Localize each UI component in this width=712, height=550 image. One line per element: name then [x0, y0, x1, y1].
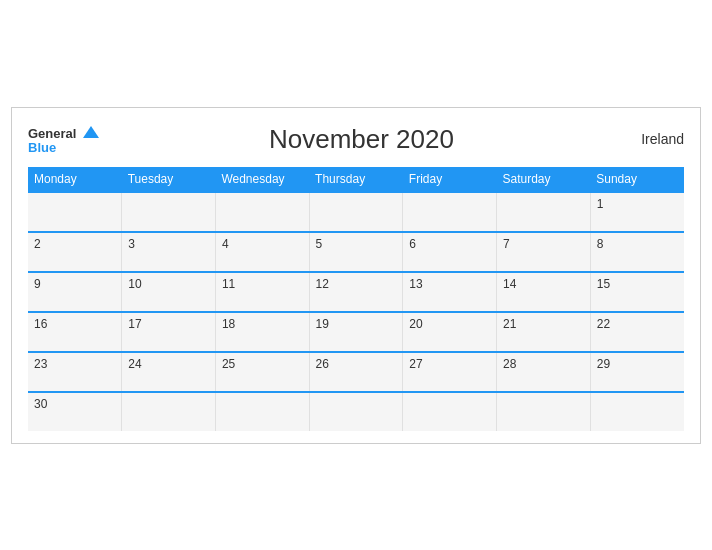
calendar-country: Ireland — [624, 131, 684, 147]
calendar-day-cell: 7 — [497, 232, 591, 272]
calendar-day-cell — [28, 192, 122, 232]
calendar-day-cell: 19 — [309, 312, 403, 352]
calendar-day-cell: 30 — [28, 392, 122, 431]
day-number: 5 — [316, 237, 323, 251]
calendar-day-cell: 13 — [403, 272, 497, 312]
day-number: 2 — [34, 237, 41, 251]
day-number: 13 — [409, 277, 422, 291]
day-number: 29 — [597, 357, 610, 371]
header-monday: Monday — [28, 167, 122, 192]
calendar-day-cell: 5 — [309, 232, 403, 272]
day-number: 20 — [409, 317, 422, 331]
calendar-day-cell: 17 — [122, 312, 216, 352]
calendar-day-cell — [403, 192, 497, 232]
header-friday: Friday — [403, 167, 497, 192]
header-wednesday: Wednesday — [215, 167, 309, 192]
day-number: 26 — [316, 357, 329, 371]
calendar-day-cell: 15 — [590, 272, 684, 312]
day-number: 24 — [128, 357, 141, 371]
calendar-day-cell: 2 — [28, 232, 122, 272]
calendar-day-cell: 24 — [122, 352, 216, 392]
calendar-day-cell — [590, 392, 684, 431]
logo-general: General — [28, 125, 99, 141]
day-number: 4 — [222, 237, 229, 251]
day-number: 23 — [34, 357, 47, 371]
calendar-day-cell: 9 — [28, 272, 122, 312]
calendar-day-cell — [497, 392, 591, 431]
day-number: 11 — [222, 277, 235, 291]
day-number: 30 — [34, 397, 47, 411]
logo-triangle-icon — [83, 126, 99, 138]
calendar-day-cell: 16 — [28, 312, 122, 352]
calendar-title: November 2020 — [99, 124, 624, 155]
day-number: 22 — [597, 317, 610, 331]
day-number: 7 — [503, 237, 510, 251]
calendar-day-cell — [497, 192, 591, 232]
day-number: 6 — [409, 237, 416, 251]
calendar-day-cell: 21 — [497, 312, 591, 352]
header-thursday: Thursday — [309, 167, 403, 192]
day-number: 16 — [34, 317, 47, 331]
calendar-day-cell: 18 — [215, 312, 309, 352]
calendar-day-cell: 25 — [215, 352, 309, 392]
header-tuesday: Tuesday — [122, 167, 216, 192]
calendar-day-cell — [122, 192, 216, 232]
calendar-day-cell — [309, 392, 403, 431]
calendar-day-cell: 22 — [590, 312, 684, 352]
logo-blue-text: Blue — [28, 141, 99, 154]
day-number: 25 — [222, 357, 235, 371]
header-sunday: Sunday — [590, 167, 684, 192]
calendar-day-cell: 12 — [309, 272, 403, 312]
logo: General Blue — [28, 125, 99, 154]
calendar-day-cell — [403, 392, 497, 431]
day-number: 15 — [597, 277, 610, 291]
calendar-day-cell: 3 — [122, 232, 216, 272]
day-number: 1 — [597, 197, 604, 211]
day-number: 8 — [597, 237, 604, 251]
calendar-day-cell: 8 — [590, 232, 684, 272]
calendar-day-cell — [309, 192, 403, 232]
calendar-day-cell — [215, 392, 309, 431]
day-number: 27 — [409, 357, 422, 371]
day-number: 3 — [128, 237, 135, 251]
calendar: General Blue November 2020 Ireland Monda… — [11, 107, 701, 444]
calendar-day-cell: 1 — [590, 192, 684, 232]
calendar-header: General Blue November 2020 Ireland — [28, 124, 684, 155]
calendar-day-cell — [122, 392, 216, 431]
day-number: 10 — [128, 277, 141, 291]
day-number: 17 — [128, 317, 141, 331]
calendar-day-cell: 4 — [215, 232, 309, 272]
day-number: 14 — [503, 277, 516, 291]
day-number: 18 — [222, 317, 235, 331]
day-number: 12 — [316, 277, 329, 291]
day-number: 21 — [503, 317, 516, 331]
calendar-day-cell — [215, 192, 309, 232]
calendar-day-cell: 14 — [497, 272, 591, 312]
calendar-week-row: 9101112131415 — [28, 272, 684, 312]
calendar-week-row: 2345678 — [28, 232, 684, 272]
calendar-week-row: 1 — [28, 192, 684, 232]
calendar-day-cell: 28 — [497, 352, 591, 392]
day-number: 19 — [316, 317, 329, 331]
calendar-day-cell: 27 — [403, 352, 497, 392]
calendar-table: Monday Tuesday Wednesday Thursday Friday… — [28, 167, 684, 431]
calendar-week-row: 16171819202122 — [28, 312, 684, 352]
day-number: 28 — [503, 357, 516, 371]
calendar-day-cell: 20 — [403, 312, 497, 352]
header-saturday: Saturday — [497, 167, 591, 192]
logo-general-text: General — [28, 126, 76, 141]
calendar-day-cell: 6 — [403, 232, 497, 272]
calendar-day-cell: 11 — [215, 272, 309, 312]
calendar-day-cell: 23 — [28, 352, 122, 392]
calendar-day-cell: 26 — [309, 352, 403, 392]
calendar-day-cell: 10 — [122, 272, 216, 312]
calendar-day-cell: 29 — [590, 352, 684, 392]
calendar-week-row: 30 — [28, 392, 684, 431]
weekday-header-row: Monday Tuesday Wednesday Thursday Friday… — [28, 167, 684, 192]
calendar-week-row: 23242526272829 — [28, 352, 684, 392]
day-number: 9 — [34, 277, 41, 291]
